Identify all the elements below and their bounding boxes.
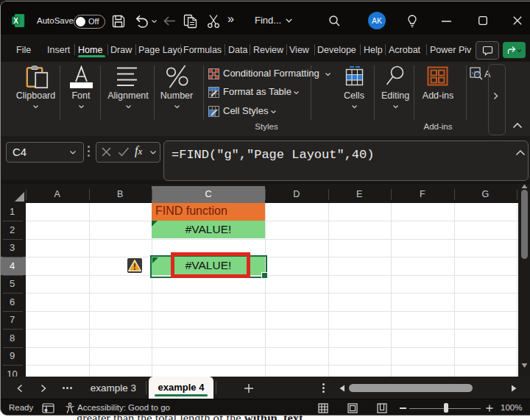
svg-text:X: X — [13, 17, 18, 25]
